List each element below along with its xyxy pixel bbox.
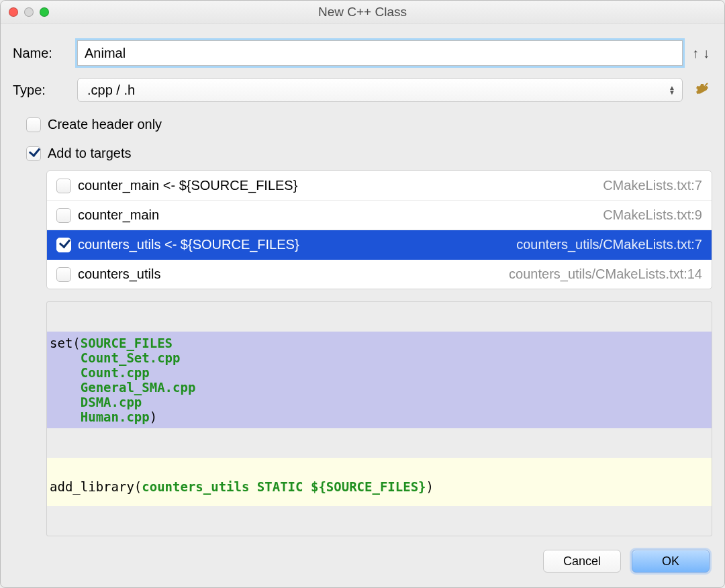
target-checkbox[interactable] <box>56 179 71 193</box>
chevron-updown-icon: ▲▼ <box>669 85 675 95</box>
window-title: New C++ Class <box>1 5 724 19</box>
add-to-targets-row: Add to targets <box>13 146 712 161</box>
add-to-targets-label: Add to targets <box>48 146 132 161</box>
code-preview: set(SOURCE_FILES Count_Set.cpp Count.cpp… <box>46 301 712 536</box>
code-block-set: set(SOURCE_FILES Count_Set.cpp Count.cpp… <box>47 332 712 428</box>
settings-icon[interactable] <box>689 82 712 98</box>
type-dropdown-value: .cpp / .h <box>87 83 135 98</box>
type-dropdown[interactable]: .cpp / .h ▲▼ <box>77 78 683 102</box>
name-input[interactable] <box>77 40 683 66</box>
target-row[interactable]: counter_main <- ${SOURCE_FILES}CMakeList… <box>47 171 712 201</box>
name-label: Name: <box>13 46 77 61</box>
titlebar: New C++ Class <box>1 1 724 24</box>
target-checkbox[interactable] <box>56 208 71 223</box>
code-block-addlib: add_library(counters_utils STATIC ${SOUR… <box>47 458 712 506</box>
ok-button[interactable]: OK <box>632 550 710 573</box>
target-label: counters_utils <- ${SOURCE_FILES} <box>78 237 510 252</box>
target-row[interactable]: counters_utilscounters_utils/CMakeLists.… <box>47 260 712 289</box>
target-path: CMakeLists.txt:7 <box>603 178 702 193</box>
target-row[interactable]: counters_utils <- ${SOURCE_FILES}counter… <box>47 230 712 260</box>
dialog-window: New C++ Class Name: ↑↓ Type: .cpp / .h ▲… <box>0 0 725 588</box>
name-row: Name: ↑↓ <box>13 40 712 66</box>
target-checkbox[interactable] <box>56 238 71 252</box>
dialog-footer: Cancel OK <box>1 536 724 587</box>
target-checkbox[interactable] <box>56 267 71 282</box>
target-label: counter_main <box>78 207 596 223</box>
create-header-only-label: Create header only <box>48 117 162 132</box>
target-path: CMakeLists.txt:9 <box>603 207 702 223</box>
cancel-button[interactable]: Cancel <box>543 550 621 573</box>
target-row[interactable]: counter_mainCMakeLists.txt:9 <box>47 201 712 230</box>
target-path: counters_utils/CMakeLists.txt:7 <box>516 237 702 252</box>
target-label: counter_main <- ${SOURCE_FILES} <box>78 178 596 193</box>
type-label: Type: <box>13 83 77 98</box>
sort-arrows-icon[interactable]: ↑↓ <box>689 46 712 61</box>
create-header-only-row: Create header only <box>13 117 712 132</box>
targets-list: counter_main <- ${SOURCE_FILES}CMakeList… <box>46 170 712 289</box>
target-path: counters_utils/CMakeLists.txt:14 <box>509 266 702 282</box>
add-to-targets-checkbox[interactable] <box>26 146 41 161</box>
type-row: Type: .cpp / .h ▲▼ <box>13 78 712 102</box>
target-label: counters_utils <box>78 266 502 282</box>
content-area: Name: ↑↓ Type: .cpp / .h ▲▼ <box>1 24 724 536</box>
create-header-only-checkbox[interactable] <box>26 117 41 132</box>
